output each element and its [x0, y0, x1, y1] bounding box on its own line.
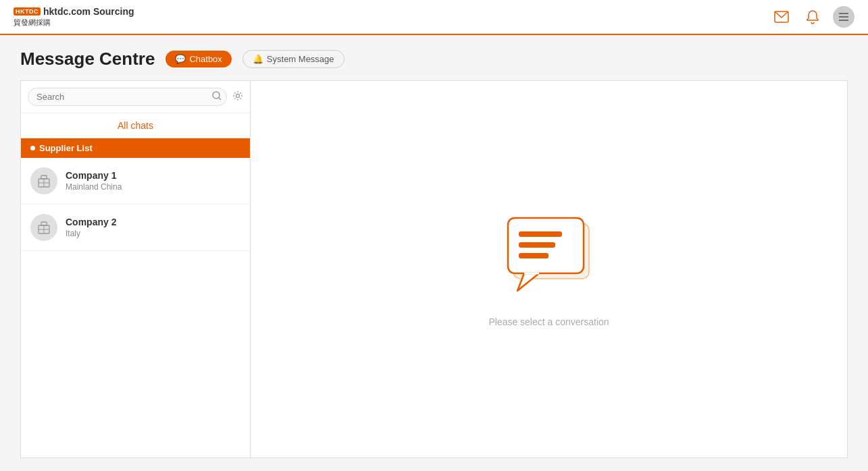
bell-icon[interactable]	[802, 6, 823, 28]
logo-area: HKTDC hktdc.com Sourcing 貿發網採購	[14, 6, 134, 28]
settings-icon[interactable]	[232, 90, 243, 104]
page-title: Message Centre	[20, 49, 155, 70]
svg-rect-18	[519, 242, 555, 248]
all-chats-tab[interactable]: All chats	[21, 113, 250, 138]
empty-chat-message: Please select a conversation	[488, 316, 609, 327]
svg-point-6	[236, 94, 240, 97]
svg-point-4	[213, 92, 220, 99]
mail-icon[interactable]	[771, 6, 792, 28]
search-input-wrap	[28, 88, 227, 106]
header: HKTDC hktdc.com Sourcing 貿發網採購	[0, 0, 868, 35]
company-item-1[interactable]: Company 1 Mainland China	[21, 158, 250, 204]
company-avatar-1	[30, 167, 57, 194]
menu-icon[interactable]	[833, 6, 854, 28]
page-content: Message Centre 💬 Chatbox 🔔 System Messag…	[0, 35, 868, 471]
svg-rect-8	[41, 175, 47, 179]
logo-chinese: 貿發網採購	[14, 18, 134, 28]
svg-rect-19	[519, 253, 548, 258]
company-info-2: Company 2 Italy	[66, 217, 116, 238]
page-title-area: Message Centre 💬 Chatbox 🔔 System Messag…	[20, 49, 848, 70]
main-layout: All chats Supplier List Company 1	[20, 80, 848, 458]
chatbox-label: Chatbox	[189, 54, 222, 64]
company-name-2: Company 2	[66, 217, 116, 227]
empty-chat: Please select a conversation	[488, 211, 609, 327]
hktdc-badge: HKTDC	[14, 7, 41, 16]
supplier-list-label: Supplier List	[39, 143, 93, 153]
tab-chatbox[interactable]: 💬 Chatbox	[165, 51, 231, 67]
system-label: System Message	[267, 54, 334, 64]
company-name-1: Company 1	[66, 170, 122, 181]
chatbox-icon: 💬	[175, 54, 186, 64]
company-avatar-2	[30, 214, 57, 241]
sidebar: All chats Supplier List Company 1	[21, 81, 251, 458]
search-input[interactable]	[28, 88, 227, 106]
company-item-2[interactable]: Company 2 Italy	[21, 204, 250, 251]
system-icon: 🔔	[253, 54, 263, 64]
logo-name: hktdc.com Sourcing	[43, 6, 134, 17]
svg-rect-17	[519, 231, 562, 237]
company-location-1: Mainland China	[66, 182, 122, 192]
svg-line-5	[219, 98, 221, 100]
header-icons	[771, 6, 854, 28]
tab-system-message[interactable]: 🔔 System Message	[242, 50, 344, 68]
company-info-1: Company 1 Mainland China	[66, 170, 122, 192]
svg-rect-12	[41, 222, 47, 225]
search-icon[interactable]	[212, 91, 222, 103]
company-location-2: Italy	[66, 229, 116, 238]
supplier-dot	[30, 146, 35, 150]
search-area	[21, 81, 250, 113]
chat-area: Please select a conversation	[251, 81, 847, 458]
chat-bubble-illustration	[499, 211, 600, 306]
supplier-list-header: Supplier List	[21, 138, 250, 158]
